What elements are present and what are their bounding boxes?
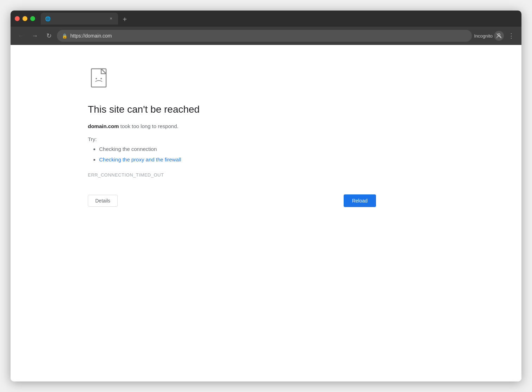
page-content: This site can't be reached domain.com to… [11,45,521,381]
button-row: Details Reload [88,194,376,207]
try-label: Try: [88,136,313,142]
svg-point-4 [100,78,102,79]
lock-icon: 🔒 [62,33,67,39]
menu-button[interactable]: ⋮ [505,31,517,41]
incognito-icon [494,31,504,41]
tab-close-button[interactable]: × [108,16,114,21]
minimize-button[interactable] [22,16,27,21]
tab-favicon-icon: 🌐 [45,16,51,21]
title-bar: 🌐 × + [11,11,521,27]
suggestion-text: Checking the connection [99,146,157,152]
reload-button[interactable]: ↻ [43,30,55,42]
svg-point-3 [96,78,97,79]
toolbar: ← → ↻ 🔒 Incognito ⋮ [11,27,521,45]
list-item: Checking the connection [99,145,313,153]
error-description-rest: took too long to respond. [119,123,178,129]
window-controls [15,16,35,21]
reload-button[interactable]: Reload [344,194,376,207]
toolbar-right: Incognito ⋮ [474,31,517,41]
error-icon [88,66,313,93]
details-button[interactable]: Details [88,195,118,207]
error-title: This site can't be reached [88,104,313,115]
close-button[interactable] [15,16,20,21]
suggestions-list: Checking the connection Checking the pro… [88,145,313,164]
list-item: Checking the proxy and the firewall [99,155,313,164]
incognito-label: Incognito [474,33,493,39]
svg-line-1 [497,34,501,38]
browser-window: 🌐 × + ← → ↻ 🔒 Incognito ⋮ [11,11,521,381]
error-description: domain.com took too long to respond. [88,122,313,131]
browser-tab[interactable]: 🌐 × [41,13,118,25]
address-bar-container[interactable]: 🔒 [57,30,472,42]
forward-button[interactable]: → [29,30,41,42]
maximize-button[interactable] [30,16,35,21]
address-input[interactable] [70,33,467,39]
back-button[interactable]: ← [15,30,27,42]
new-tab-button[interactable]: + [119,14,130,25]
error-domain: domain.com [88,123,119,129]
error-container: This site can't be reached domain.com to… [11,45,327,221]
proxy-firewall-link[interactable]: Checking the proxy and the firewall [99,157,181,162]
error-code: ERR_CONNECTION_TIMED_OUT [88,172,313,178]
tab-area: 🌐 × + [41,13,517,25]
